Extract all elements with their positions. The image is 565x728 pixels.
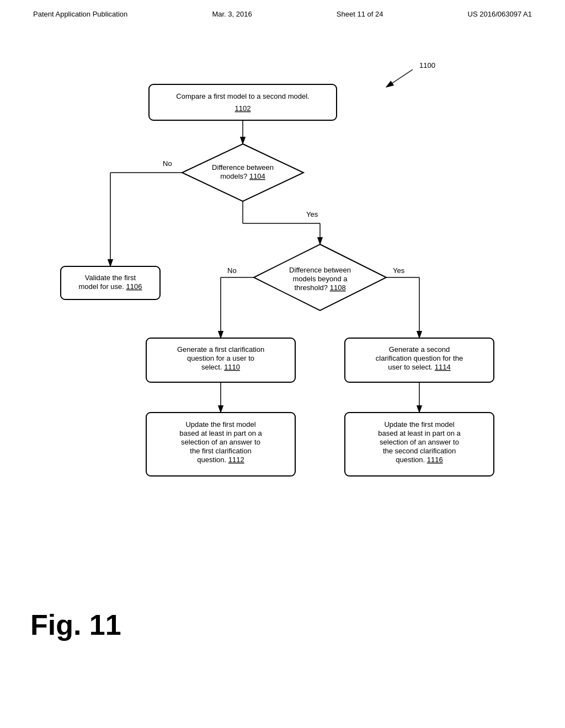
node-1114-line3: user to select. 1114 xyxy=(388,363,450,371)
node-1116-line3: selection of an answer to xyxy=(380,438,459,446)
label-no-1104: No xyxy=(163,159,172,168)
node-1116-line2: based at least in part on a xyxy=(378,429,461,437)
node-1112-line4: the first clarification xyxy=(190,447,251,455)
node-1108-line3: threshold? 1108 xyxy=(294,283,345,292)
node-1112-line2: based at least in part on a xyxy=(179,429,262,437)
header-right: US 2016/063097 A1 xyxy=(468,10,532,18)
flowchart-svg: 1100 Compare a first model to a second m… xyxy=(0,24,565,658)
node-1110-line2: question for a user to xyxy=(187,354,254,362)
node-1102 xyxy=(149,84,337,120)
node-1116-line4: the second clarification xyxy=(383,447,456,455)
node-1116-line1: Update the first model xyxy=(384,420,454,429)
label-no-1108: No xyxy=(227,266,237,275)
node-1110-line1: Generate a first clarification xyxy=(177,345,264,354)
figure-label: Fig. 11 xyxy=(30,608,121,641)
node-1112-line1: Update the first model xyxy=(185,420,255,429)
node-1106-line1: Validate the first xyxy=(85,274,136,282)
page-header: Patent Application Publication Mar. 3, 2… xyxy=(0,0,565,18)
node-1108-line2: models beyond a xyxy=(292,275,348,283)
node-1112-line3: selection of an answer to xyxy=(181,438,260,446)
node-1104-line1: Difference between xyxy=(212,163,274,172)
node-1110-line3: select. 1110 xyxy=(201,363,240,371)
diagram-area: 1100 Compare a first model to a second m… xyxy=(0,24,565,658)
header-left: Patent Application Publication xyxy=(33,10,127,18)
node-1106-line2: model for use. 1106 xyxy=(79,282,142,291)
node-1102-ref: 1102 xyxy=(235,104,251,113)
header-sheet: Sheet 11 of 24 xyxy=(337,10,383,18)
node-1114-line2: clarification question for the xyxy=(376,354,463,362)
node-1116-line5: question. 1116 xyxy=(396,456,443,464)
label-yes-1104: Yes xyxy=(306,210,318,218)
node-1102-line1: Compare a first model to a second model. xyxy=(176,92,309,100)
node-1104-line2: models? 1104 xyxy=(220,172,265,180)
diagram-ref-label: 1100 xyxy=(419,61,435,69)
ref-arrow xyxy=(386,69,413,87)
node-1114-line1: Generate a second xyxy=(389,345,450,354)
node-1112-line5: question. 1112 xyxy=(197,456,244,464)
node-1108-line1: Difference between xyxy=(289,266,351,274)
label-yes-1108: Yes xyxy=(393,266,405,275)
header-middle-date: Mar. 3, 2016 xyxy=(212,10,252,18)
